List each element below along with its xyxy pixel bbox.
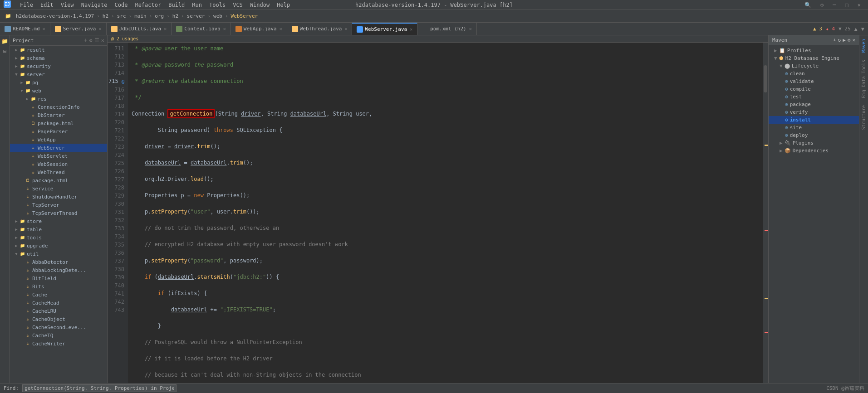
tree-cachewriter[interactable]: ▶ ☕ CacheWriter <box>10 340 107 348</box>
tab-webserver[interactable]: WebServer.java ✕ <box>352 23 417 35</box>
tree-util[interactable]: ▼ 📁 util <box>10 250 107 258</box>
close-context-tab[interactable]: ✕ <box>223 26 226 31</box>
tab-server[interactable]: Server.java ✕ <box>50 23 107 35</box>
tree-cacheobject[interactable]: ▶ ☕ CacheObject <box>10 315 107 323</box>
path-web[interactable]: web <box>212 13 224 19</box>
vtab-maven[interactable]: Maven <box>860 35 867 56</box>
path-module[interactable]: h2 <box>101 13 110 19</box>
search-icon[interactable]: 🔍 <box>801 2 815 8</box>
menu-vcs[interactable]: VCS <box>229 2 246 8</box>
tab-webthread[interactable]: WebThread.java ✕ <box>287 23 353 35</box>
editor-vscrollbar[interactable] <box>763 43 768 383</box>
menu-help[interactable]: Help <box>273 2 294 8</box>
sidebar-layout-icon[interactable]: ☰ <box>94 37 99 44</box>
warning-count[interactable]: ▲ 3 <box>813 26 822 32</box>
tree-webservlet[interactable]: ▶ ☕ WebServlet <box>10 152 107 160</box>
menu-tools[interactable]: Tools <box>206 2 229 8</box>
menu-file[interactable]: File <box>16 2 37 8</box>
tree-table[interactable]: ▶ 📁 table <box>10 225 107 233</box>
menu-code[interactable]: Code <box>111 2 132 8</box>
menu-navigate[interactable]: Navigate <box>78 2 111 8</box>
structure-icon[interactable]: ⊟ <box>1 47 9 55</box>
tree-dbstarter[interactable]: ▶ ☕ DbStarter <box>10 111 107 119</box>
menu-window[interactable]: Window <box>246 2 273 8</box>
tree-webserver-file[interactable]: ▶ ☕ WebServer <box>10 144 107 152</box>
maven-refresh-icon[interactable]: ↻ <box>838 37 841 43</box>
maven-site[interactable]: ⚙ site <box>769 124 859 131</box>
vtab-bigdata[interactable]: Big Data Tools <box>860 56 867 102</box>
hint-count[interactable]: ▼ 25 <box>839 26 851 32</box>
close-webthread-tab[interactable]: ✕ <box>344 26 347 31</box>
maven-h2engine[interactable]: ▼ ⬢ H2 Database Engine <box>769 54 859 62</box>
maven-lifecycle[interactable]: ▼ ⬤ Lifecycle <box>769 62 859 70</box>
close-server-tab[interactable]: ✕ <box>99 26 102 31</box>
tree-abbadetecotor[interactable]: ▶ ☕ AbbaDetector <box>10 258 107 266</box>
path-server[interactable]: server <box>186 13 206 19</box>
error-count[interactable]: ⬥ 4 <box>826 26 835 32</box>
maven-add-icon[interactable]: + <box>833 37 836 43</box>
tree-service[interactable]: ▶ ☕ Service <box>10 184 107 193</box>
maven-compile[interactable]: ⚙ compile <box>769 85 859 93</box>
sidebar-close-icon[interactable]: ✕ <box>101 37 104 44</box>
maven-run-icon[interactable]: ▶ <box>843 37 846 43</box>
menu-run[interactable]: Run <box>188 2 206 8</box>
tree-connectioninfo[interactable]: ▶ ☕ ConnectionInfo <box>10 103 107 111</box>
sidebar-add-icon[interactable]: + <box>84 37 87 44</box>
maven-test[interactable]: ⚙ test <box>769 93 859 101</box>
code-editor[interactable]: * @param user the user name * @param pas… <box>128 43 763 383</box>
tree-cachetq[interactable]: ▶ ☕ CacheTQ <box>10 331 107 340</box>
tree-result[interactable]: ▶ 📁 result <box>10 46 107 54</box>
maven-dependencies[interactable]: ▶ 📦 Dependencies <box>769 147 859 155</box>
menu-view[interactable]: View <box>57 2 78 8</box>
project-panel-icon[interactable]: 📁 <box>1 37 9 45</box>
close-pom-tab[interactable]: ✕ <box>469 26 472 31</box>
close-jdbcutils-tab[interactable]: ✕ <box>164 26 167 31</box>
tree-pageparser[interactable]: ▶ ☕ PageParser <box>10 127 107 136</box>
tab-webapp[interactable]: WebApp.java ✕ <box>231 23 287 35</box>
vtab-structure[interactable]: Structure <box>860 102 867 133</box>
path-current-file[interactable]: WebServer <box>230 13 260 19</box>
tree-cache[interactable]: ▶ ☕ Cache <box>10 291 107 299</box>
menu-edit[interactable]: Edit <box>37 2 57 8</box>
maven-package[interactable]: ⚙ package <box>769 101 859 108</box>
path-h2[interactable]: h2 <box>171 13 180 19</box>
tree-webapp-file[interactable]: ▶ ☕ WebApp <box>10 136 107 144</box>
tree-shutdownhandler[interactable]: ▶ ☕ ShutdownHandler <box>10 193 107 201</box>
menu-build[interactable]: Build <box>165 2 188 8</box>
maven-validate[interactable]: ⚙ validate <box>769 78 859 85</box>
maven-install[interactable]: ⚙ install <box>769 116 859 124</box>
tree-schema[interactable]: ▶ 📁 schema <box>10 54 107 62</box>
close-readme-tab[interactable]: ✕ <box>43 26 45 31</box>
tree-security[interactable]: ▶ 📁 security <box>10 62 107 70</box>
maven-plugins[interactable]: ▶ 🔌 Plugins <box>769 139 859 147</box>
vscrollbar-thumb[interactable] <box>764 65 767 92</box>
tree-webthread-file[interactable]: ▶ ☕ WebThread <box>10 168 107 176</box>
maximize-button[interactable]: □ <box>842 2 852 8</box>
tree-websession[interactable]: ▶ ☕ WebSession <box>10 160 107 168</box>
minimize-button[interactable]: ─ <box>829 2 839 8</box>
tree-web[interactable]: ▼ 📁 web <box>10 87 107 95</box>
tree-tools[interactable]: ▶ 📁 tools <box>10 233 107 242</box>
tab-context[interactable]: Context.java ✕ <box>172 23 231 35</box>
tree-tcpserver[interactable]: ▶ ☕ TcpServer <box>10 201 107 209</box>
tree-pg[interactable]: ▶ 📁 pg <box>10 78 107 87</box>
tree-cachesecondlevel[interactable]: ▶ ☕ CacheSecondLeve... <box>10 323 107 331</box>
tab-readme[interactable]: README.md ✕ <box>0 23 50 35</box>
maven-close-icon[interactable]: ✕ <box>852 37 855 43</box>
tree-package-html-server[interactable]: ▶ 🗒 package.html <box>10 176 107 184</box>
tree-cachelru[interactable]: ▶ ☕ CacheLRU <box>10 307 107 315</box>
tree-bitfield[interactable]: ▶ ☕ BitField <box>10 274 107 282</box>
maven-settings-icon[interactable]: ⚙ <box>848 37 851 43</box>
close-button[interactable]: ✕ <box>854 2 864 8</box>
maven-verify[interactable]: ⚙ verify <box>769 108 859 116</box>
close-webserver-tab[interactable]: ✕ <box>410 27 412 32</box>
tree-bits[interactable]: ▶ ☕ Bits <box>10 282 107 291</box>
tab-pom[interactable]: pom.xml (h2) ✕ <box>417 23 477 35</box>
tree-server[interactable]: ▼ 📁 server <box>10 70 107 78</box>
chevron-up-icon[interactable]: ▲ <box>854 26 858 32</box>
chevron-down-icon[interactable]: ▼ <box>861 26 864 32</box>
tree-tcpserverthread[interactable]: ▶ ☕ TcpServerThread <box>10 209 107 217</box>
tree-upgrade[interactable]: ▶ 📁 upgrade <box>10 242 107 250</box>
path-org[interactable]: org <box>153 13 165 19</box>
path-main[interactable]: main <box>133 13 148 19</box>
